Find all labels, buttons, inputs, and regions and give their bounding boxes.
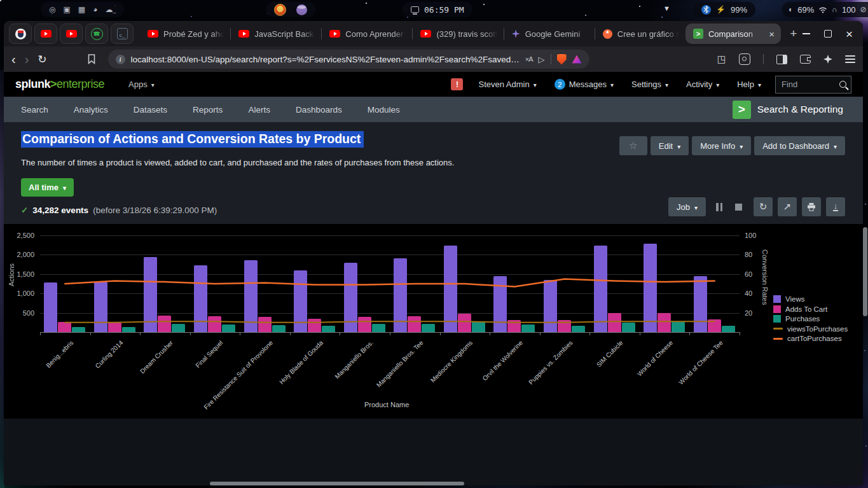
- activity-menu[interactable]: Activity: [686, 80, 719, 89]
- bar-views[interactable]: [294, 270, 307, 332]
- legend-item[interactable]: viewsToPurchases: [773, 325, 848, 333]
- bar-adds-to-cart[interactable]: [458, 314, 471, 332]
- bar-views[interactable]: [344, 263, 357, 332]
- bar-views[interactable]: [394, 258, 407, 332]
- help-menu[interactable]: Help: [737, 80, 761, 89]
- clock-widget[interactable]: 06:59 PM: [403, 2, 472, 17]
- bar-views[interactable]: [44, 282, 57, 332]
- status-tray[interactable]: ◐ 69% ∩ 100 ⊘ ⌨: [782, 2, 868, 17]
- bar-views[interactable]: [493, 276, 507, 332]
- find-input[interactable]: [780, 79, 836, 90]
- bar-purchases[interactable]: [222, 324, 235, 332]
- brave-shield-icon[interactable]: [557, 54, 567, 65]
- bar-adds-to-cart[interactable]: [408, 316, 421, 332]
- pinned-tab-whatsapp[interactable]: ☎: [85, 24, 108, 44]
- browser-tab[interactable]: JavaScript Backe: [231, 24, 321, 44]
- splunk-logo[interactable]: splunk>enterprise: [15, 78, 104, 91]
- site-info-icon[interactable]: i: [116, 55, 125, 64]
- bar-purchases[interactable]: [672, 321, 685, 332]
- bar-purchases[interactable]: [722, 326, 735, 332]
- bar-purchases[interactable]: [521, 324, 535, 332]
- legend-item[interactable]: Views: [773, 295, 848, 303]
- tab-close-icon[interactable]: ×: [769, 29, 775, 39]
- power-icon[interactable]: ◎: [49, 6, 55, 13]
- pinned-tab-terminal[interactable]: c_: [111, 24, 134, 44]
- bar-adds-to-cart[interactable]: [708, 319, 721, 332]
- bar-views[interactable]: [444, 246, 457, 332]
- bar-adds-to-cart[interactable]: [558, 320, 571, 332]
- leo-ai-icon[interactable]: [823, 55, 832, 64]
- legend-item[interactable]: Purchases: [773, 315, 848, 323]
- pinned-tab-crest[interactable]: [9, 24, 32, 44]
- legend-item[interactable]: Adds To Cart: [773, 305, 848, 313]
- app-nav-analytics[interactable]: Analytics: [74, 105, 108, 115]
- bar-purchases[interactable]: [422, 324, 435, 332]
- workspaces-icon[interactable]: ▦: [78, 6, 85, 13]
- bar-purchases[interactable]: [572, 326, 585, 332]
- legend-item[interactable]: cartToPurchases: [773, 335, 848, 342]
- battery-tray[interactable]: ⚡ 99%: [693, 2, 755, 17]
- vertical-scrollbar[interactable]: [863, 227, 867, 316]
- send-tab-icon[interactable]: ▷: [539, 55, 545, 64]
- bar-adds-to-cart[interactable]: [507, 320, 521, 332]
- horizontal-scrollbar[interactable]: [210, 482, 464, 485]
- bar-purchases[interactable]: [272, 325, 286, 332]
- find-box[interactable]: [775, 76, 851, 94]
- more-info-button[interactable]: More Info: [692, 136, 751, 155]
- app-nav-modules[interactable]: Modules: [368, 105, 400, 115]
- menu-icon[interactable]: [845, 55, 855, 63]
- browser-tab[interactable]: (329) travis scott: [413, 24, 503, 44]
- app-dock-icon[interactable]: [296, 4, 307, 15]
- bar-adds-to-cart[interactable]: [608, 313, 621, 332]
- browser-tab[interactable]: Google Gemini: [504, 24, 595, 44]
- bar-adds-to-cart[interactable]: [308, 319, 321, 332]
- extensions-icon[interactable]: ◳: [717, 53, 726, 65]
- translate-icon[interactable]: ×A: [525, 55, 533, 63]
- bar-views[interactable]: [594, 246, 607, 332]
- bar-purchases[interactable]: [372, 324, 385, 332]
- bar-views[interactable]: [194, 265, 207, 332]
- bar-purchases[interactable]: [472, 321, 485, 332]
- apps-menu[interactable]: Apps: [128, 80, 155, 89]
- brave-dock-icon[interactable]: [274, 4, 286, 16]
- bar-views[interactable]: [694, 276, 707, 332]
- share-button[interactable]: ↗: [778, 197, 797, 216]
- bar-adds-to-cart[interactable]: [358, 317, 371, 332]
- time-range-picker[interactable]: All time: [21, 178, 74, 197]
- bar-views[interactable]: [244, 260, 258, 332]
- ghost-icon[interactable]: ☁_: [105, 6, 116, 13]
- new-tab-button[interactable]: +: [785, 27, 803, 41]
- settings-menu[interactable]: Settings: [631, 80, 668, 89]
- print-button[interactable]: [802, 197, 821, 216]
- messages-menu[interactable]: 2Messages: [555, 79, 614, 90]
- add-to-dashboard-button[interactable]: Add to Dashboard: [754, 136, 845, 155]
- bar-views[interactable]: [544, 280, 557, 332]
- bookmark-icon[interactable]: [88, 54, 95, 64]
- bar-adds-to-cart[interactable]: [258, 317, 272, 332]
- job-button[interactable]: Job: [668, 197, 706, 216]
- app-nav-reports[interactable]: Reports: [193, 105, 223, 115]
- minimize-icon[interactable]: [803, 33, 810, 34]
- app-nav-alerts[interactable]: Alerts: [248, 105, 270, 115]
- edit-button[interactable]: Edit: [651, 136, 689, 155]
- clipboard-icon[interactable]: ▣: [63, 6, 70, 13]
- sidebar-icon[interactable]: [776, 55, 787, 64]
- bar-views[interactable]: [94, 282, 107, 332]
- app-identity[interactable]: > Search & Reporting: [733, 101, 843, 119]
- browser-tab[interactable]: Probé Zed y aho: [140, 24, 230, 44]
- app-nav-dashboards[interactable]: Dashboards: [296, 105, 342, 115]
- address-bar[interactable]: i localhost:8000/en-US/app/search/report…: [108, 50, 589, 69]
- bar-adds-to-cart[interactable]: [58, 322, 71, 332]
- restore-icon[interactable]: [824, 30, 832, 38]
- bar-adds-to-cart[interactable]: [658, 313, 671, 332]
- pinned-tab-youtube-2[interactable]: [60, 24, 83, 44]
- bar-purchases[interactable]: [122, 327, 135, 332]
- search-tabs-icon[interactable]: [739, 53, 750, 65]
- browser-tab[interactable]: Como Aprender: [322, 24, 412, 44]
- forward-icon[interactable]: ›: [25, 53, 29, 66]
- bar-views[interactable]: [144, 257, 157, 332]
- app-nav-search[interactable]: Search: [21, 105, 48, 115]
- wallet-icon[interactable]: [800, 55, 811, 64]
- close-icon[interactable]: ×: [846, 28, 853, 40]
- bar-purchases[interactable]: [172, 324, 185, 332]
